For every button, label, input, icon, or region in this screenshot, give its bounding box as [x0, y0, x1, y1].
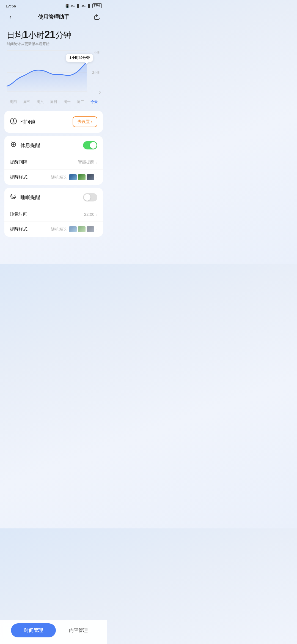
sleep-toggle-thumb	[84, 194, 90, 201]
daily-average-title: 日均1小时21分钟	[7, 29, 101, 40]
style-thumb-2	[78, 174, 86, 180]
rest-interval-value-group: 智能提醒 ›	[78, 160, 97, 165]
status-time: 17:56	[6, 4, 16, 8]
rest-interval-arrow-icon: ›	[96, 160, 97, 165]
chart-tooltip: 1小时49分钟	[66, 54, 93, 62]
svg-text:z: z	[15, 194, 16, 196]
back-button[interactable]: ‹	[6, 12, 15, 22]
status-icons: 📳 4G ▐▌ 4G ▐▌ 77%	[65, 3, 102, 8]
back-arrow-icon: ‹	[9, 13, 11, 21]
cards-section: 时间锁 去设置 › 休息提醒	[0, 104, 107, 237]
sleep-time-value-group: 22:00 ›	[84, 212, 97, 217]
sleep-reminder-card: z z 睡眠提醒 睡觉时间 22:00 › 提醒样式 随机精选	[4, 188, 103, 237]
sleep-thumb-1	[69, 226, 77, 232]
signal-4g-1-icon: 4G	[71, 4, 75, 7]
status-bar: 17:56 📳 4G ▐▌ 4G ▐▌ 77%	[0, 0, 107, 10]
sleep-time-arrow-icon: ›	[96, 212, 97, 217]
sleep-reminder-toggle[interactable]	[83, 193, 97, 201]
usage-chart: 1小时49分钟 小时 2小时 0	[0, 50, 107, 100]
signal-bars-1: ▐▌	[76, 4, 80, 8]
toggle-thumb	[90, 142, 97, 149]
sleep-label: 睡眠提醒	[20, 194, 40, 201]
rest-style-row[interactable]: 提醒样式 随机精选 ›	[4, 170, 103, 185]
rest-style-arrow-icon: ›	[96, 175, 97, 179]
chart-y-label-mid: 2小时	[92, 70, 101, 75]
go-settings-arrow-icon: ›	[91, 120, 92, 124]
rest-interval-value: 智能提醒	[78, 160, 94, 165]
sleep-time-value: 22:00	[84, 212, 95, 217]
style-thumb-1	[69, 174, 77, 180]
sleep-left: z z 睡眠提醒	[10, 193, 40, 202]
vibrate-icon: 📳	[65, 4, 70, 8]
rest-interval-row[interactable]: 提醒间隔 智能提醒 ›	[4, 155, 103, 170]
rest-reminder-header-row: 休息提醒	[4, 136, 103, 155]
sleep-thumb-2	[78, 226, 86, 232]
svg-rect-4	[12, 122, 15, 124]
week-label-sat: 周六	[34, 99, 47, 104]
rest-reminder-toggle[interactable]	[83, 141, 97, 149]
week-label-sun: 周日	[47, 99, 61, 104]
style-thumb-3	[87, 174, 94, 180]
go-settings-button[interactable]: 去设置 ›	[73, 116, 97, 127]
sleep-time-label: 睡觉时间	[10, 211, 28, 217]
week-label-mon: 周一	[60, 99, 74, 104]
time-lock-label: 时间锁	[20, 119, 35, 125]
sleep-time-row[interactable]: 睡觉时间 22:00 ›	[4, 207, 103, 222]
chart-y-label-top: 小时	[94, 50, 101, 55]
sleep-style-arrow-icon: ›	[96, 227, 97, 231]
week-label-thu: 周四	[7, 99, 20, 104]
sleep-style-value-group: 随机精选 ›	[51, 226, 97, 232]
sleep-style-row[interactable]: 提醒样式 随机精选 ›	[4, 222, 103, 237]
daily-avg-minutes: 21	[45, 29, 55, 40]
rest-style-value-group: 随机精选 ›	[51, 174, 97, 180]
daily-avg-hour-unit: 小时	[28, 31, 45, 40]
week-label-tue: 周二	[74, 99, 87, 104]
sleep-reminder-header-row: z z 睡眠提醒	[4, 188, 103, 207]
sleep-thumb-3	[87, 226, 94, 232]
app-header: ‹ 使用管理助手	[0, 10, 107, 26]
daily-avg-hours: 1	[23, 29, 28, 40]
signal-4g-2-icon: 4G	[81, 4, 86, 7]
chart-fill	[7, 62, 87, 92]
share-button[interactable]	[92, 12, 102, 22]
sleep-style-label: 提醒样式	[10, 227, 28, 232]
daily-avg-prefix: 日均	[7, 31, 23, 40]
sleep-style-thumbs	[69, 226, 94, 232]
chart-y-labels: 小时 2小时 0	[92, 50, 101, 94]
daily-avg-subtitle: 时间统计从更新版本后开始	[7, 42, 101, 47]
clock-lock-icon	[10, 118, 17, 126]
rest-label: 休息提醒	[20, 142, 40, 149]
signal-bars-2: ▐▌	[87, 4, 91, 8]
rest-style-thumbs	[69, 174, 94, 180]
week-label-fri: 周五	[20, 99, 34, 104]
rest-icon	[10, 141, 17, 150]
chart-y-label-bottom: 0	[99, 91, 101, 94]
time-lock-row: 时间锁 去设置 ›	[4, 111, 103, 133]
daily-average-section: 日均1小时21分钟 时间统计从更新版本后开始	[0, 26, 107, 48]
sleep-icon: z z	[10, 193, 17, 202]
time-lock-card: 时间锁 去设置 ›	[4, 111, 103, 133]
rest-interval-label: 提醒间隔	[10, 159, 28, 165]
week-label-today: 今天	[87, 99, 101, 104]
share-icon	[94, 14, 100, 20]
daily-avg-min-unit: 分钟	[55, 31, 72, 40]
rest-style-value: 随机精选	[51, 175, 67, 180]
rest-left: 休息提醒	[10, 141, 40, 150]
time-lock-left: 时间锁	[10, 118, 35, 126]
sleep-style-value: 随机精选	[51, 227, 67, 232]
rest-style-label: 提醒样式	[10, 174, 28, 180]
battery-icon: 77%	[92, 3, 102, 8]
rest-reminder-card: 休息提醒 提醒间隔 智能提醒 › 提醒样式 随机精选	[4, 136, 103, 185]
page-title: 使用管理助手	[38, 13, 69, 21]
